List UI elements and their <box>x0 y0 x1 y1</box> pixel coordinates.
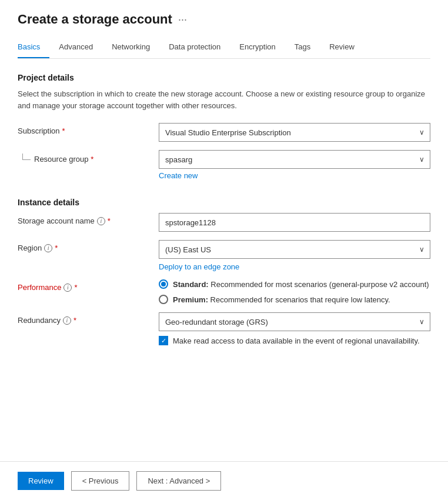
create-new-link[interactable]: Create new <box>159 171 430 180</box>
storage-account-name-info-icon[interactable]: i <box>97 217 105 225</box>
subscription-label: Subscription <box>18 123 147 135</box>
redundancy-control: Geo-redundant storage (GRS) ✓ Make read … <box>159 312 430 345</box>
resource-group-row: Resource group * spasarg Create new <box>18 150 430 180</box>
resource-group-select[interactable]: spasarg <box>159 150 430 169</box>
performance-control: Standard: Recommended for most scenarios… <box>159 279 430 304</box>
indent-line-horizontal <box>22 159 31 160</box>
performance-standard-option[interactable]: Standard: Recommended for most scenarios… <box>159 279 430 289</box>
indent-line <box>18 154 31 160</box>
project-details-description: Select the subscription in which to crea… <box>18 88 430 111</box>
performance-standard-radio[interactable] <box>159 279 168 289</box>
redundancy-row: Redundancy i Geo-redundant storage (GRS)… <box>18 312 430 345</box>
performance-standard-label: Standard: Recommended for most scenarios… <box>173 280 429 289</box>
storage-account-name-label: Storage account name i <box>18 213 147 225</box>
review-button[interactable]: Review <box>18 472 64 490</box>
resource-group-label-area: Resource group * <box>18 150 147 164</box>
region-row: Region i (US) East US Deploy to an edge … <box>18 240 430 271</box>
tab-nav: Basics Advanced Networking Data protecti… <box>18 36 430 59</box>
performance-row: Performance i Standard: Recommended for … <box>18 279 430 304</box>
page-title: Create a storage account <box>18 12 172 27</box>
redundancy-select[interactable]: Geo-redundant storage (GRS) <box>159 312 430 331</box>
project-details-section: Project details Select the subscription … <box>18 73 430 180</box>
subscription-control: Visual Studio Enterprise Subscription <box>159 123 430 142</box>
redundancy-checkbox-label: Make read access to data available in th… <box>173 336 420 345</box>
performance-premium-radio[interactable] <box>159 295 168 304</box>
tab-review[interactable]: Review <box>320 36 364 58</box>
deploy-edge-zone-link[interactable]: Deploy to an edge zone <box>159 262 430 271</box>
redundancy-label: Redundancy i <box>18 312 147 325</box>
tab-encryption[interactable]: Encryption <box>230 36 285 58</box>
instance-details-section: Instance details Storage account name i … <box>18 198 430 345</box>
indent-line-vertical <box>22 154 23 159</box>
checkbox-check-icon: ✓ <box>161 338 166 344</box>
redundancy-checkbox[interactable]: ✓ <box>159 336 168 345</box>
region-select[interactable]: (US) East US <box>159 240 430 259</box>
performance-label: Performance i <box>18 279 147 292</box>
subscription-select-wrapper: Visual Studio Enterprise Subscription <box>159 123 430 142</box>
performance-premium-label: Premium: Recommended for scenarios that … <box>173 295 390 304</box>
tab-advanced[interactable]: Advanced <box>49 36 102 58</box>
storage-account-name-row: Storage account name i <box>18 213 430 232</box>
bottom-bar: Review < Previous Next : Advanced > <box>0 461 448 500</box>
performance-info-icon[interactable]: i <box>63 284 72 292</box>
resource-group-select-wrapper: spasarg <box>159 150 430 169</box>
more-options-icon[interactable]: ··· <box>178 14 187 26</box>
subscription-select[interactable]: Visual Studio Enterprise Subscription <box>159 123 430 142</box>
performance-premium-option[interactable]: Premium: Recommended for scenarios that … <box>159 295 430 304</box>
region-control: (US) East US Deploy to an edge zone <box>159 240 430 271</box>
tab-data-protection[interactable]: Data protection <box>159 36 230 58</box>
redundancy-checkbox-row: ✓ Make read access to data available in … <box>159 336 430 345</box>
resource-group-control: spasarg Create new <box>159 150 430 180</box>
tab-networking[interactable]: Networking <box>102 36 159 58</box>
instance-details-title: Instance details <box>18 198 430 207</box>
project-details-title: Project details <box>18 73 430 82</box>
region-select-wrapper: (US) East US <box>159 240 430 259</box>
redundancy-select-wrapper: Geo-redundant storage (GRS) <box>159 312 430 331</box>
storage-account-name-control <box>159 213 430 232</box>
tab-tags[interactable]: Tags <box>285 36 320 58</box>
resource-group-label: Resource group * <box>34 154 93 164</box>
previous-button[interactable]: < Previous <box>71 471 130 491</box>
performance-radio-group: Standard: Recommended for most scenarios… <box>159 279 430 304</box>
redundancy-info-icon[interactable]: i <box>63 316 71 325</box>
subscription-row: Subscription Visual Studio Enterprise Su… <box>18 123 430 142</box>
storage-account-name-input[interactable] <box>159 213 430 232</box>
indent-line-horiz-row <box>18 159 31 160</box>
region-label: Region i <box>18 240 147 252</box>
region-info-icon[interactable]: i <box>44 244 52 252</box>
tab-basics[interactable]: Basics <box>18 36 49 58</box>
next-button[interactable]: Next : Advanced > <box>136 471 221 491</box>
